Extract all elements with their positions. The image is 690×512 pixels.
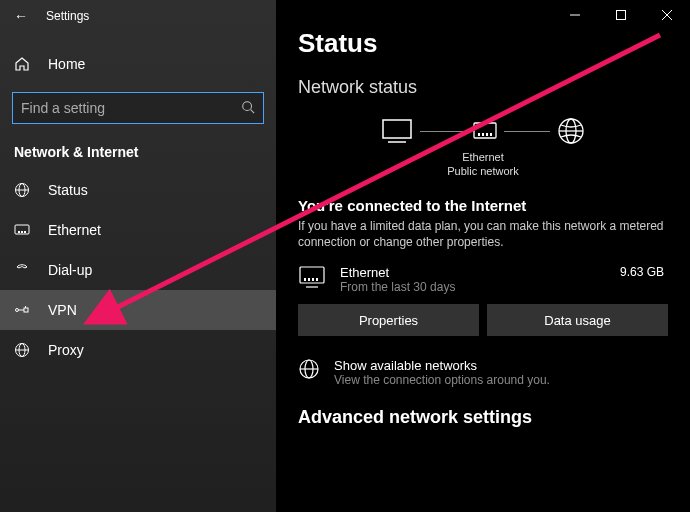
svg-rect-11	[24, 308, 28, 312]
sidebar-item-label: Dial-up	[48, 262, 92, 278]
svg-line-1	[251, 109, 255, 113]
svg-rect-23	[478, 133, 480, 136]
svg-rect-31	[304, 278, 306, 281]
sidebar-item-vpn[interactable]: VPN	[0, 290, 276, 330]
subtitle: Network status	[298, 77, 668, 98]
window-controls	[552, 0, 690, 30]
maximize-button[interactable]	[598, 0, 644, 30]
globe-icon	[298, 358, 320, 384]
sidebar-item-status[interactable]: Status	[0, 170, 276, 210]
sidebar-item-label: Ethernet	[48, 222, 101, 238]
connection-row: Ethernet From the last 30 days 9.63 GB	[298, 265, 668, 294]
connected-heading: You're connected to the Internet	[298, 197, 668, 214]
svg-rect-25	[486, 133, 488, 136]
svg-rect-26	[490, 133, 492, 136]
close-button[interactable]	[644, 0, 690, 30]
svg-rect-34	[316, 278, 318, 281]
nav-home-label: Home	[48, 56, 85, 72]
data-usage-button[interactable]: Data usage	[487, 304, 668, 336]
dialup-icon	[14, 262, 30, 278]
sidebar-item-label: Status	[48, 182, 88, 198]
nav-home[interactable]: Home	[0, 42, 276, 86]
main: Status Network status Ethernet Public ne…	[276, 0, 690, 512]
proxy-icon	[14, 342, 30, 358]
page-title: Status	[298, 28, 668, 59]
sidebar-item-label: Proxy	[48, 342, 84, 358]
status-icon	[14, 182, 30, 198]
section-header: Network & Internet	[0, 138, 276, 170]
diagram-labels: Ethernet Public network	[298, 150, 668, 179]
search-box[interactable]	[12, 92, 264, 124]
properties-button[interactable]: Properties	[298, 304, 479, 336]
network-diagram	[298, 116, 668, 146]
back-icon[interactable]: ←	[14, 8, 28, 24]
titlebar: ← Settings	[0, 0, 276, 32]
vpn-icon	[14, 302, 30, 318]
home-icon	[14, 56, 30, 72]
svg-point-9	[16, 309, 19, 312]
svg-point-0	[243, 101, 252, 110]
sidebar-item-ethernet[interactable]: Ethernet	[0, 210, 276, 250]
svg-rect-24	[482, 133, 484, 136]
app-title: Settings	[46, 9, 89, 23]
pc-icon	[380, 117, 414, 145]
sidebar-item-dialup[interactable]: Dial-up	[0, 250, 276, 290]
connection-usage: 9.63 GB	[620, 265, 668, 279]
svg-rect-33	[312, 278, 314, 281]
adapter-icon	[472, 118, 498, 144]
available-sub: View the connection options around you.	[334, 373, 550, 387]
ethernet-icon	[14, 222, 30, 238]
sidebar-item-proxy[interactable]: Proxy	[0, 330, 276, 370]
svg-rect-22	[474, 123, 496, 138]
connection-period: From the last 30 days	[340, 280, 606, 294]
connected-desc: If you have a limited data plan, you can…	[298, 218, 668, 252]
svg-rect-7	[21, 231, 23, 233]
connection-ethernet-icon	[298, 265, 326, 293]
svg-rect-17	[617, 11, 626, 20]
available-title: Show available networks	[334, 358, 550, 373]
sidebar: ← Settings Home Network & Internet Statu…	[0, 0, 276, 512]
search-input[interactable]	[21, 100, 241, 116]
diagram-adapter-label: Ethernet	[298, 150, 668, 164]
minimize-button[interactable]	[552, 0, 598, 30]
svg-rect-20	[383, 120, 411, 138]
show-available-networks[interactable]: Show available networks View the connect…	[298, 358, 668, 387]
advanced-heading: Advanced network settings	[298, 407, 668, 428]
svg-rect-8	[24, 231, 26, 233]
diagram-profile-label: Public network	[298, 164, 668, 178]
svg-rect-6	[18, 231, 20, 233]
svg-rect-32	[308, 278, 310, 281]
globe-icon	[556, 116, 586, 146]
search-icon	[241, 100, 255, 117]
sidebar-item-label: VPN	[48, 302, 77, 318]
connection-name: Ethernet	[340, 265, 606, 280]
